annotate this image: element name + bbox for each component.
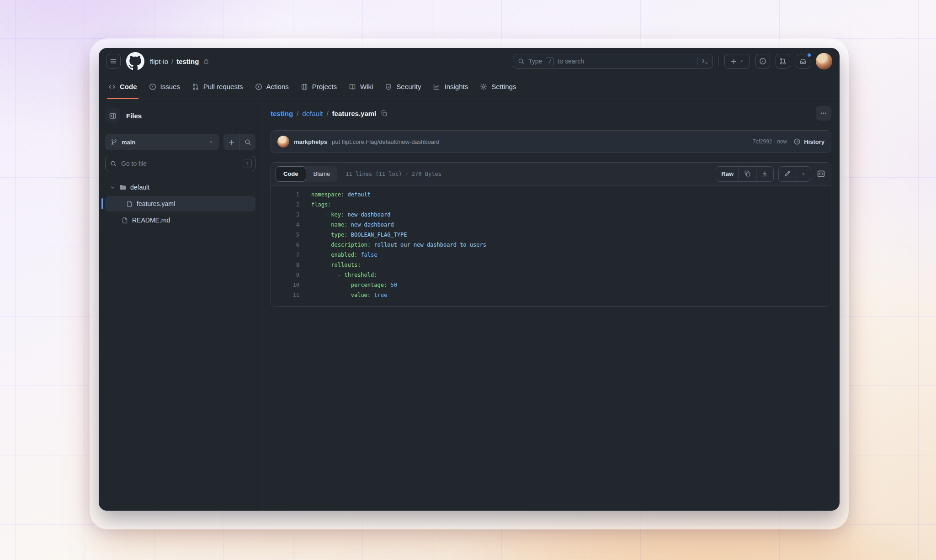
tab-actions[interactable]: Actions (250, 74, 294, 99)
tree-item-readme-md[interactable]: README.md (105, 212, 255, 228)
tab-pull-requests[interactable]: Pull requests (187, 74, 248, 99)
edit-file-button[interactable] (779, 167, 796, 181)
line-number[interactable]: 3 (271, 210, 299, 220)
tab-projects[interactable]: Projects (296, 74, 342, 99)
tab-security[interactable]: Security (380, 74, 426, 99)
file-viewer-toolbar: Code Blame 11 lines (11 loc) · 270 Bytes… (271, 163, 831, 185)
file-breadcrumb: testing / default / features.yaml (271, 106, 831, 121)
github-logo[interactable] (126, 52, 144, 70)
line-number[interactable]: 4 (271, 220, 299, 230)
latest-commit-bar: markphelps put flipt.core.Flag/default/n… (271, 130, 831, 153)
line-number[interactable]: 6 (271, 240, 299, 250)
issues-nav-button[interactable] (755, 54, 770, 69)
header-breadcrumb: flipt-io / testing (150, 58, 209, 65)
line-content: description: rollout our new dashboard t… (299, 240, 486, 250)
line-number[interactable]: 8 (271, 260, 299, 270)
line-number[interactable]: 9 (271, 270, 299, 280)
tree-item-label: features.yaml (137, 200, 175, 207)
code-view-tab[interactable]: Code (276, 166, 306, 182)
committer-avatar[interactable] (277, 136, 289, 148)
tree-item-label: README.md (132, 217, 170, 224)
branch-selector[interactable]: main (105, 134, 219, 150)
search-placeholder-post: to search (558, 58, 584, 65)
collapse-tree-button[interactable] (105, 108, 120, 123)
search-divider (697, 57, 698, 65)
tree-item-features-yaml[interactable]: features.yaml (105, 196, 255, 211)
pull-requests-nav-button[interactable] (776, 54, 790, 69)
line-content: rollouts: (299, 260, 361, 270)
history-button[interactable]: History (793, 138, 824, 145)
search-tree-button[interactable] (239, 134, 255, 150)
code-line: 3 - key: new-dashboard (271, 210, 831, 220)
inbox-icon (799, 58, 807, 65)
raw-button[interactable]: Raw (716, 167, 739, 181)
command-palette-icon[interactable] (702, 58, 709, 65)
sidebar-title: Files (126, 112, 142, 120)
issue-icon (149, 83, 156, 90)
sidebar-header: Files (105, 108, 255, 123)
tab-issues[interactable]: Issues (144, 74, 185, 99)
tab-wiki[interactable]: Wiki (344, 74, 378, 99)
download-button[interactable] (756, 167, 773, 181)
tab-insights[interactable]: Insights (428, 74, 473, 99)
go-to-file-box: t (105, 156, 255, 171)
history-clock-icon (793, 138, 801, 145)
repo-link[interactable]: testing (176, 58, 199, 65)
window-frame: flipt-io / testing Type / to search (90, 38, 849, 529)
code-line: 1namespace: default (271, 190, 831, 200)
chevron-down-icon (739, 59, 744, 63)
user-avatar[interactable] (816, 53, 832, 69)
line-content: - threshold: (299, 270, 378, 280)
shield-icon (385, 83, 392, 90)
code-line: 4 name: new dashboard (271, 220, 831, 230)
blame-view-tab[interactable]: Blame (306, 166, 338, 182)
edit-group (778, 166, 811, 182)
inbox-button[interactable] (796, 54, 810, 69)
graph-icon (433, 83, 440, 90)
breadcrumb-separator: / (297, 110, 298, 117)
breadcrumb-dir-link[interactable]: default (302, 110, 323, 117)
tab-label: Issues (160, 83, 180, 90)
commit-author[interactable]: markphelps (294, 138, 327, 145)
breadcrumb-repo-link[interactable]: testing (271, 110, 293, 117)
search-icon (245, 139, 251, 146)
line-number[interactable]: 10 (271, 280, 299, 290)
chevron-down-icon (110, 185, 116, 190)
code-line: 7 enabled: false (271, 250, 831, 260)
line-number[interactable]: 5 (271, 230, 299, 240)
global-search-input[interactable]: Type / to search (513, 54, 713, 69)
line-number[interactable]: 2 (271, 200, 299, 210)
code-line: 5 type: BOOLEAN_FLAG_TYPE (271, 230, 831, 240)
file-meta-info: 11 lines (11 loc) · 270 Bytes (346, 171, 441, 177)
file-options-kebab-button[interactable] (816, 106, 831, 121)
file-icon (122, 217, 128, 224)
chevron-down-icon (209, 140, 213, 144)
code-line: 10 percentage: 50 (271, 280, 831, 290)
book-icon (349, 83, 356, 90)
tab-label: Settings (491, 83, 516, 90)
search-placeholder-pre: Type (528, 58, 542, 65)
code-blame-switch: Code Blame (276, 166, 337, 182)
line-number[interactable]: 11 (271, 290, 299, 300)
breadcrumb-file-name: features.yaml (332, 110, 377, 117)
tab-settings[interactable]: Settings (475, 74, 521, 99)
commit-message[interactable]: put flipt.core.Flag/default/new-dashboar… (332, 138, 440, 145)
tab-code[interactable]: Code (103, 74, 142, 99)
line-number[interactable]: 7 (271, 250, 299, 260)
create-new-button[interactable] (724, 54, 750, 69)
file-viewer-panel: Code Blame 11 lines (11 loc) · 270 Bytes… (271, 162, 831, 307)
add-file-button[interactable] (223, 134, 239, 150)
line-content: flags: (299, 200, 331, 210)
global-menu-button[interactable] (106, 54, 121, 69)
tree-item-label: default (130, 184, 149, 191)
line-number[interactable]: 1 (271, 190, 299, 200)
copy-path-button[interactable] (381, 110, 388, 117)
breadcrumb-separator: / (326, 110, 328, 117)
copy-file-button[interactable] (739, 167, 756, 181)
symbols-panel-button[interactable] (816, 169, 826, 179)
edit-options-caret-button[interactable] (796, 167, 811, 181)
project-icon (301, 83, 308, 90)
org-link[interactable]: flipt-io (150, 58, 168, 65)
go-to-file-input[interactable] (121, 160, 239, 167)
tree-item-default[interactable]: default (105, 180, 255, 195)
